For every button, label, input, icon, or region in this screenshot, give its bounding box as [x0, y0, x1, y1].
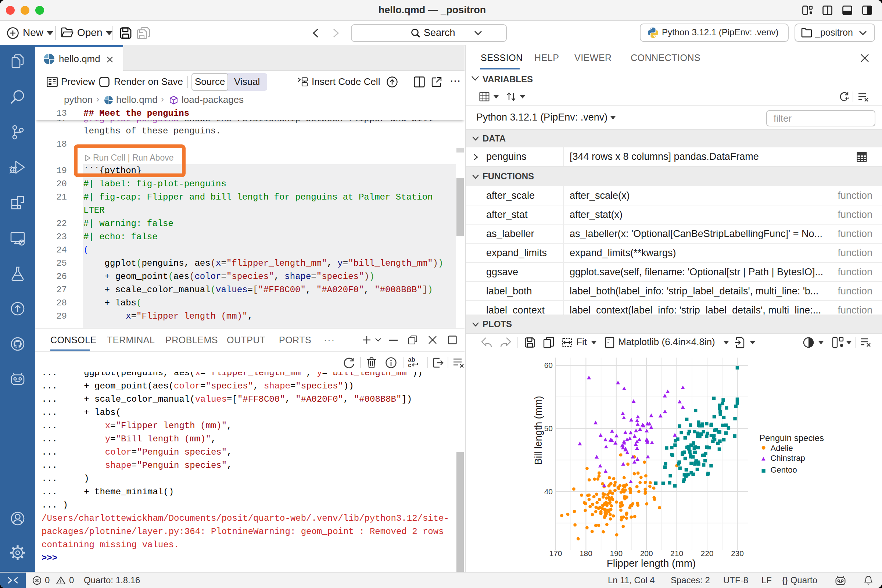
svg-text:200: 200: [640, 549, 653, 558]
svg-text:230: 230: [731, 549, 744, 558]
svg-text:60: 60: [544, 361, 553, 369]
svg-text:40: 40: [544, 487, 553, 496]
svg-text:Flipper length (mm): Flipper length (mm): [607, 558, 696, 569]
svg-text:Adelie: Adelie: [771, 444, 793, 453]
svg-text:Penguin species: Penguin species: [759, 433, 824, 443]
svg-text:Chinstrap: Chinstrap: [771, 453, 805, 463]
svg-text:190: 190: [610, 549, 622, 558]
svg-text:Gentoo: Gentoo: [771, 465, 797, 474]
svg-text:220: 220: [700, 549, 713, 558]
svg-text:Bill length (mm): Bill length (mm): [533, 396, 544, 465]
svg-text:210: 210: [670, 549, 683, 558]
svg-text:180: 180: [579, 549, 592, 558]
svg-text:170: 170: [549, 549, 562, 558]
svg-text:50: 50: [544, 424, 553, 432]
